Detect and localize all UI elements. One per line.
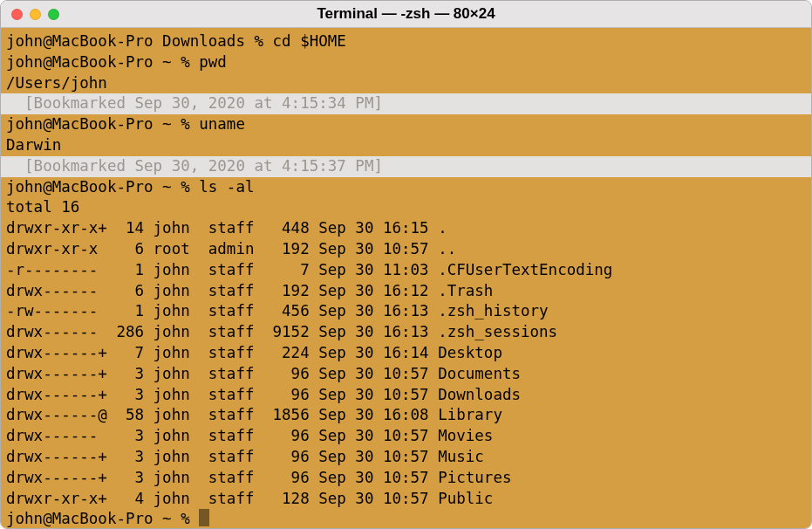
bookmark-line: [Bookmarked Sep 30, 2020 at 4:15:34 PM] [1,93,811,114]
ls-row: drwx------@ 58 john staff 1856 Sep 30 16… [6,405,806,426]
close-button[interactable] [11,9,23,20]
ls-row: drwx------ 3 john staff 96 Sep 30 10:57 … [6,426,806,447]
cursor [199,509,209,526]
ls-row: drwx------+ 3 john staff 96 Sep 30 10:57… [6,385,806,406]
titlebar[interactable]: Terminal — -zsh — 80×24 [1,1,811,28]
ls-row: drwxr-xr-x+ 4 john staff 128 Sep 30 10:5… [6,489,806,510]
ls-row: -rw------- 1 john staff 456 Sep 30 16:13… [6,301,806,322]
prompt-text: john@MacBook-Pro ~ % [6,510,199,527]
prompt-line: john@MacBook-Pro ~ % pwd [6,52,806,73]
output-line: total 16 [6,197,806,218]
ls-row: drwx------+ 3 john staff 96 Sep 30 10:57… [6,447,806,468]
prompt-line: john@MacBook-Pro ~ % [6,509,806,528]
output-line: /Users/john [6,73,806,94]
output-line: Darwin [6,135,806,156]
ls-row: drwx------ 286 john staff 9152 Sep 30 16… [6,322,806,343]
ls-row: drwxr-xr-x+ 14 john staff 448 Sep 30 16:… [6,218,806,239]
bookmark-line: [Bookmarked Sep 30, 2020 at 4:15:37 PM] [1,156,811,177]
traffic-lights [11,9,59,20]
terminal-window: Terminal — -zsh — 80×24 john@MacBook-Pro… [0,0,812,529]
window-title: Terminal — -zsh — 80×24 [11,5,801,23]
ls-row: drwx------+ 3 john staff 96 Sep 30 10:57… [6,468,806,489]
maximize-button[interactable] [48,9,59,20]
ls-row: drwx------ 6 john staff 192 Sep 30 16:12… [6,281,806,302]
ls-row: -r-------- 1 john staff 7 Sep 30 11:03 .… [6,260,806,281]
prompt-line: john@MacBook-Pro Downloads % cd $HOME [6,31,806,52]
minimize-button[interactable] [30,9,41,20]
ls-row: drwxr-xr-x 6 root admin 192 Sep 30 10:57… [6,239,806,260]
ls-row: drwx------+ 3 john staff 96 Sep 30 10:57… [6,364,806,385]
prompt-line: john@MacBook-Pro ~ % ls -al [6,177,806,198]
terminal-body[interactable]: john@MacBook-Pro Downloads % cd $HOMEjoh… [1,28,811,528]
ls-row: drwx------+ 7 john staff 224 Sep 30 16:1… [6,343,806,364]
prompt-line: john@MacBook-Pro ~ % uname [6,114,806,135]
